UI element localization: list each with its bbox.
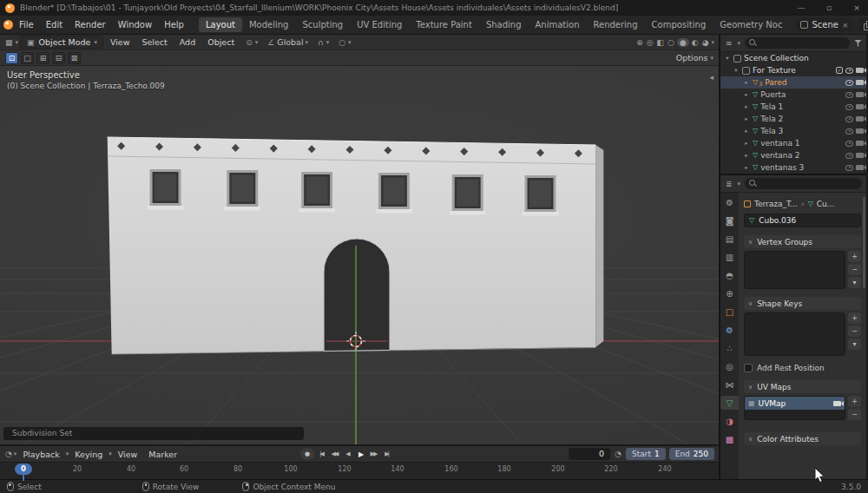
breadcrumb-object[interactable]: Terraza_T... bbox=[754, 200, 798, 208]
options-label[interactable]: Options bbox=[676, 53, 708, 62]
minimize-button[interactable]: — bbox=[790, 0, 812, 16]
menu-window[interactable]: Window bbox=[112, 16, 158, 34]
disable-render-icon[interactable] bbox=[856, 141, 864, 146]
menu-view[interactable]: View bbox=[105, 37, 135, 47]
uvmap-remove-button[interactable]: − bbox=[848, 409, 861, 420]
timeline-playhead[interactable]: 0 bbox=[15, 463, 32, 475]
vertex-group-remove-button[interactable]: − bbox=[848, 264, 861, 275]
app-menu-icon[interactable] bbox=[3, 20, 13, 30]
expand-icon[interactable]: ▸ bbox=[743, 91, 750, 98]
menu-select[interactable]: Select bbox=[136, 37, 172, 47]
outliner-row-ventana-1[interactable]: ▸ ▽ ventana 1 bbox=[720, 137, 866, 149]
hide-eye-icon[interactable] bbox=[845, 153, 853, 159]
vertex-group-specials-button[interactable]: ▾ bbox=[848, 277, 861, 288]
disable-render-icon[interactable] bbox=[856, 104, 864, 109]
expand-icon[interactable]: ▸ bbox=[743, 140, 750, 147]
operator-redo-panel[interactable]: Subdivision Set bbox=[3, 427, 304, 440]
timeline-ruler[interactable]: 0 20 40 60 80 100 120 140 160 180 200 22… bbox=[0, 462, 719, 479]
menu-playback[interactable]: Playback bbox=[17, 450, 64, 459]
outliner-row-ventanas-3[interactable]: ▸ ▽ ventanas 3 bbox=[720, 161, 866, 174]
properties-search-input[interactable] bbox=[745, 178, 862, 189]
shape-key-add-button[interactable]: + bbox=[848, 312, 861, 324]
tab-compositing[interactable]: Compositing bbox=[645, 17, 713, 32]
breadcrumb-data[interactable]: Cu... bbox=[817, 200, 835, 208]
select-mode-subtract-button[interactable]: ⊟ bbox=[52, 52, 65, 64]
tab-constraints[interactable]: ⋈ bbox=[720, 378, 739, 391]
viewport-canvas[interactable] bbox=[0, 66, 719, 444]
frame-end-field[interactable]: End 250 bbox=[669, 448, 714, 460]
properties-editor-icon[interactable]: ≣ bbox=[725, 180, 733, 188]
play-button[interactable]: ▶ bbox=[354, 448, 366, 460]
auto-key-button[interactable]: ● bbox=[300, 448, 314, 460]
expand-icon[interactable]: ▸ bbox=[743, 152, 750, 159]
menu-help[interactable]: Help bbox=[158, 16, 190, 34]
current-frame-field[interactable]: 0 bbox=[569, 448, 610, 460]
transform-pivot-button[interactable]: ⊙ ▾ bbox=[241, 38, 261, 47]
expand-icon[interactable]: ▸ bbox=[743, 103, 750, 110]
disable-render-icon[interactable] bbox=[856, 68, 864, 73]
panel-vertex-groups[interactable]: ∨ Vertex Groups bbox=[744, 235, 861, 248]
mode-dropdown[interactable]: ▣ Object Mode ▾ bbox=[20, 36, 103, 49]
tab-output[interactable]: ▤ bbox=[720, 232, 739, 246]
preview-range-clock-icon[interactable]: ◔ bbox=[614, 450, 622, 458]
hide-eye-icon[interactable] bbox=[845, 165, 853, 171]
menu-add[interactable]: Add bbox=[174, 37, 201, 47]
scene-selector[interactable]: Scene × bbox=[796, 18, 852, 31]
disable-render-icon[interactable] bbox=[856, 128, 864, 134]
outliner-row-tela-3[interactable]: ▸ ▽ Tela 3 bbox=[720, 125, 866, 137]
expand-icon[interactable]: ▸ bbox=[743, 164, 750, 171]
jump-to-start-button[interactable]: |◀ bbox=[315, 448, 327, 460]
active-render-uv-icon[interactable] bbox=[833, 401, 841, 406]
maximize-button[interactable]: ▫ bbox=[818, 0, 840, 16]
active-tool-icon[interactable]: ⊡ bbox=[5, 52, 18, 64]
viewport-3d[interactable]: User Perspective (0) Scene Collection | … bbox=[0, 66, 719, 444]
tab-animation[interactable]: Animation bbox=[529, 17, 587, 32]
timeline-editor-dropdown-icon[interactable]: ▾ bbox=[14, 450, 17, 457]
disable-render-icon[interactable] bbox=[856, 116, 864, 122]
shading-material-icon[interactable]: ◐ bbox=[691, 38, 700, 47]
add-rest-position-row[interactable]: Add Rest Position bbox=[744, 364, 861, 372]
properties-editor-dropdown-icon[interactable]: ▾ bbox=[738, 181, 741, 187]
shading-wireframe-icon[interactable]: ○ bbox=[667, 38, 675, 47]
data-name-field[interactable]: ▽ Cubo.036 bbox=[744, 214, 861, 227]
menu-object[interactable]: Object bbox=[202, 37, 240, 47]
hide-eye-icon[interactable] bbox=[845, 104, 853, 110]
tab-scene[interactable]: ◓ bbox=[720, 268, 739, 282]
filter-icon[interactable] bbox=[854, 40, 862, 47]
tab-modifiers[interactable]: ⚙ bbox=[720, 323, 739, 337]
hide-eye-icon[interactable] bbox=[845, 141, 853, 147]
outliner-row-ventana-2[interactable]: ▸ ▽ ventana 2 bbox=[720, 149, 866, 161]
tab-object-data[interactable]: ▽ bbox=[720, 396, 739, 410]
shape-key-remove-button[interactable]: − bbox=[848, 325, 861, 337]
expand-icon[interactable]: ▾ bbox=[724, 55, 731, 62]
exclude-checkbox-icon[interactable]: ✓ bbox=[836, 67, 843, 74]
disable-render-icon[interactable] bbox=[856, 153, 864, 158]
select-mode-new-button[interactable]: □ bbox=[21, 52, 34, 64]
menu-render[interactable]: Render bbox=[69, 16, 112, 34]
disable-render-icon[interactable] bbox=[856, 165, 864, 170]
orientation-dropdown[interactable]: ∠ Global ▾ bbox=[263, 37, 312, 47]
outliner-editor-dropdown-icon[interactable]: ▾ bbox=[738, 40, 741, 47]
shape-key-specials-button[interactable]: ▾ bbox=[848, 339, 861, 350]
jump-to-end-button[interactable]: ▶| bbox=[380, 448, 392, 460]
snap-magnet-button[interactable]: ∩ ▾ bbox=[313, 38, 332, 47]
tab-uv-editing[interactable]: UV Editing bbox=[350, 17, 409, 32]
hide-eye-icon[interactable] bbox=[845, 68, 853, 74]
shading-dropdown-icon[interactable]: ▾ bbox=[711, 39, 714, 46]
tab-view-layer[interactable]: ▥ bbox=[720, 250, 739, 264]
tab-particles[interactable]: ∴ bbox=[720, 341, 739, 355]
tab-shading[interactable]: Shading bbox=[479, 17, 529, 32]
shape-keys-list[interactable] bbox=[744, 312, 845, 356]
menu-timeline-view[interactable]: View bbox=[113, 450, 143, 459]
select-mode-intersect-button[interactable]: ⊠ bbox=[68, 52, 81, 64]
uvmap-list-item[interactable]: ▦ UVMap bbox=[745, 397, 845, 410]
vertex-groups-list[interactable] bbox=[744, 251, 845, 289]
timeline-editor-icon[interactable]: ◔ bbox=[4, 450, 13, 458]
outliner-search-input[interactable] bbox=[745, 37, 850, 49]
editor-type-icon[interactable]: ▦ bbox=[4, 38, 14, 47]
outliner-row-pared[interactable]: ▸ ▽ 3 Pared bbox=[720, 76, 866, 89]
panel-color-attributes[interactable]: ∨ Color Attributes bbox=[744, 432, 861, 445]
shading-rendered-icon[interactable]: ◕ bbox=[701, 38, 710, 47]
tab-texture[interactable]: ▩ bbox=[720, 432, 739, 446]
uv-maps-list[interactable]: ▦ UVMap bbox=[744, 396, 845, 420]
